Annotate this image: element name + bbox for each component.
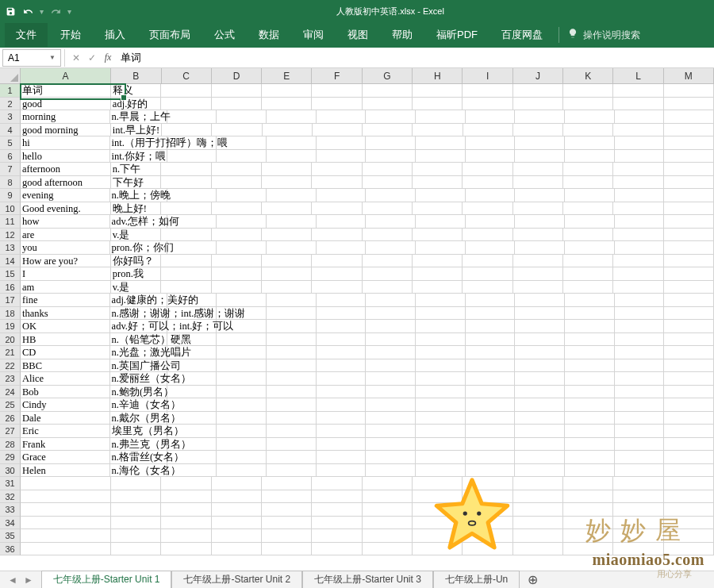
cell[interactable]: [217, 346, 267, 359]
cell[interactable]: [513, 281, 563, 294]
cell[interactable]: [565, 438, 615, 452]
column-header-F[interactable]: F: [312, 68, 362, 84]
cell[interactable]: [161, 84, 211, 98]
cell[interactable]: [262, 163, 312, 176]
cell[interactable]: [615, 320, 665, 333]
column-header-G[interactable]: G: [363, 68, 413, 84]
cell[interactable]: [267, 215, 317, 229]
cell[interactable]: [317, 346, 367, 359]
cell[interactable]: Frank: [21, 438, 110, 452]
cell[interactable]: [262, 543, 312, 556]
row-header[interactable]: 4: [0, 124, 21, 137]
cell[interactable]: [515, 412, 565, 425]
cell[interactable]: [515, 372, 565, 386]
cell[interactable]: [565, 372, 615, 386]
cell[interactable]: [363, 517, 413, 530]
cell[interactable]: [563, 124, 613, 137]
cell[interactable]: [466, 425, 516, 438]
cell[interactable]: [366, 320, 416, 333]
ribbon-tab-2[interactable]: 插入: [94, 23, 136, 47]
row-header[interactable]: 25: [0, 398, 21, 412]
cell[interactable]: [563, 267, 613, 281]
cell[interactable]: [615, 346, 665, 359]
cell[interactable]: [317, 150, 367, 163]
cell[interactable]: [262, 490, 312, 504]
cell[interactable]: [212, 255, 262, 268]
cell[interactable]: [615, 110, 665, 124]
cell[interactable]: [413, 267, 463, 281]
cell[interactable]: [267, 451, 317, 464]
cell[interactable]: [565, 189, 615, 202]
cell[interactable]: [162, 124, 212, 137]
cell[interactable]: [212, 543, 262, 556]
cell[interactable]: [267, 372, 317, 386]
sheet-tab[interactable]: 七年级上册-Starter Unit 2: [171, 571, 302, 588]
cell[interactable]: [111, 477, 161, 490]
cell[interactable]: [466, 372, 516, 386]
cell[interactable]: [161, 202, 211, 216]
cell[interactable]: [413, 98, 463, 111]
cell[interactable]: [563, 202, 613, 216]
cell[interactable]: [515, 425, 565, 438]
cell[interactable]: [312, 281, 362, 294]
cell[interactable]: n.早晨；上午: [110, 110, 167, 124]
column-header-M[interactable]: M: [664, 68, 714, 84]
cell[interactable]: [563, 477, 613, 490]
cell[interactable]: [565, 294, 615, 307]
cell[interactable]: [363, 84, 413, 98]
cell[interactable]: [317, 425, 367, 438]
cell[interactable]: [416, 359, 466, 373]
cell[interactable]: [463, 202, 512, 216]
cell[interactable]: [664, 163, 714, 176]
chevron-down-icon[interactable]: ▼: [49, 54, 56, 61]
cell[interactable]: [615, 451, 665, 464]
row-header[interactable]: 20: [0, 333, 21, 347]
enter-button[interactable]: ✓: [84, 52, 100, 63]
cell[interactable]: [615, 215, 665, 229]
cell[interactable]: afternoon: [21, 163, 111, 176]
cell[interactable]: [366, 451, 416, 464]
cell[interactable]: [613, 503, 663, 517]
cell[interactable]: [161, 503, 211, 517]
cell[interactable]: [416, 307, 466, 321]
cell[interactable]: [217, 372, 267, 386]
cell[interactable]: pron.我: [111, 267, 161, 281]
cell[interactable]: [565, 241, 615, 255]
cell[interactable]: [565, 451, 615, 464]
row-header[interactable]: 7: [0, 163, 21, 176]
cell[interactable]: How are you?: [21, 255, 111, 268]
save-icon[interactable]: [5, 6, 16, 17]
row-header[interactable]: 35: [0, 529, 21, 543]
cell[interactable]: [613, 176, 663, 190]
cell[interactable]: [217, 294, 267, 307]
cell[interactable]: [413, 229, 463, 242]
cell[interactable]: [363, 176, 413, 190]
cell[interactable]: good: [21, 98, 111, 111]
cell[interactable]: [416, 241, 466, 255]
cell[interactable]: [312, 202, 362, 216]
cell[interactable]: [664, 267, 714, 281]
cell[interactable]: [413, 490, 463, 504]
row-header[interactable]: 30: [0, 464, 21, 478]
cell[interactable]: [167, 110, 217, 124]
cell[interactable]: [563, 84, 613, 98]
cell[interactable]: [363, 503, 413, 517]
cell[interactable]: [466, 136, 516, 150]
cell[interactable]: [615, 333, 665, 347]
cell[interactable]: [267, 136, 317, 150]
cell[interactable]: [363, 255, 413, 268]
sheet-prev-icon[interactable]: ◄: [8, 575, 17, 586]
cell[interactable]: 释义: [111, 84, 161, 98]
ribbon-tab-1[interactable]: 开始: [49, 23, 92, 47]
cell[interactable]: n.弗兰克（男名）: [110, 438, 167, 452]
cell[interactable]: [463, 163, 512, 176]
cell[interactable]: [513, 543, 563, 556]
cell[interactable]: [267, 241, 317, 255]
cell[interactable]: [317, 307, 367, 321]
tell-me-search[interactable]: 操作说明搜索: [583, 29, 640, 42]
cell[interactable]: [212, 202, 262, 216]
cell[interactable]: BBC: [21, 359, 110, 373]
cell[interactable]: [217, 464, 267, 478]
cell[interactable]: 下午好: [111, 176, 161, 190]
cell[interactable]: [312, 98, 362, 111]
